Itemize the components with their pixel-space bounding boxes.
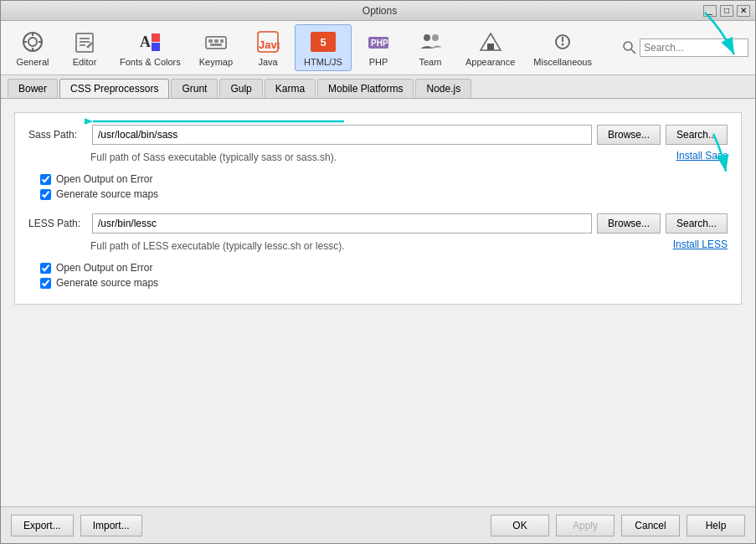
bottom-left-buttons: Export... Import... [11, 515, 142, 536]
team-label: Team [419, 57, 442, 67]
less-generate-maps-label: Generate source maps [56, 277, 158, 289]
search-icon [623, 41, 636, 54]
editor-icon [71, 28, 98, 55]
sass-help-text: Full path of Sass executable (typically … [90, 151, 337, 163]
less-install-link[interactable]: Install LESS [673, 239, 728, 250]
svg-point-27 [562, 44, 564, 46]
php-icon: PHP [365, 28, 392, 55]
miscellaneous-label: Miscellaneous [533, 57, 592, 67]
svg-line-29 [631, 49, 635, 54]
maximize-button[interactable]: □ [720, 5, 733, 17]
cancel-button[interactable]: Cancel [621, 515, 680, 536]
tab-css-preprocessors[interactable]: CSS Preprocessors [59, 79, 169, 98]
svg-rect-24 [487, 44, 494, 50]
sass-open-output-label: Open Output on Error [56, 173, 152, 185]
toolbar-html-js[interactable]: 5 HTML/JS [295, 24, 352, 71]
sass-generate-maps-checkbox[interactable] [40, 189, 51, 200]
svg-point-22 [424, 34, 430, 41]
team-icon [417, 28, 444, 55]
sass-generate-maps-label: Generate source maps [56, 188, 158, 200]
tab-gulp[interactable]: Gulp [219, 79, 262, 98]
content-area: Sass Path: Browse... Search... Full path… [1, 99, 755, 506]
general-label: General [16, 57, 49, 67]
less-generate-maps-checkbox[interactable] [40, 278, 51, 289]
sass-path-input[interactable] [92, 125, 592, 145]
sass-info-row: Full path of Sass executable (typically … [28, 150, 728, 168]
tab-nodejs[interactable]: Node.js [415, 79, 471, 98]
java-icon: Java [255, 28, 281, 55]
sass-section: Sass Path: Browse... Search... Full path… [14, 112, 742, 305]
bottom-right-buttons: OK Apply Cancel Help [491, 515, 745, 536]
sass-open-output-checkbox[interactable] [40, 174, 51, 185]
keymap-icon [203, 28, 229, 55]
svg-rect-17 [210, 44, 222, 46]
toolbar-php[interactable]: PHP PHP [353, 25, 404, 70]
java-label: Java [258, 57, 277, 67]
svg-point-0 [28, 38, 37, 46]
bottom-bar: Export... Import... OK Apply Cancel Help [1, 506, 755, 543]
toolbar-editor[interactable]: Editor [59, 25, 110, 70]
minimize-button[interactable]: _ [703, 5, 717, 17]
toolbar-keymap[interactable]: Keymap [191, 25, 241, 70]
toolbar: General Editor A [1, 21, 755, 75]
export-button[interactable]: Export... [11, 515, 74, 536]
svg-rect-12 [152, 43, 160, 51]
php-label: PHP [369, 57, 388, 67]
sass-install-link[interactable]: Install Sass [676, 150, 728, 162]
sass-path-label: Sass Path: [28, 129, 87, 141]
appearance-icon [477, 28, 504, 55]
less-path-label: LESS Path: [28, 218, 87, 229]
toolbar-miscellaneous[interactable]: Miscellaneous [525, 25, 600, 70]
toolbar-team[interactable]: Team [405, 25, 455, 70]
appearance-label: Appearance [465, 57, 515, 67]
general-icon [19, 28, 46, 55]
svg-point-28 [624, 42, 632, 50]
svg-rect-16 [220, 39, 224, 43]
less-info-row: Full path of LESS executable (typically … [28, 239, 728, 257]
tab-karma[interactable]: Karma [265, 79, 316, 98]
less-path-input[interactable] [92, 213, 592, 234]
toolbar-search-area [623, 38, 748, 57]
sass-search-button[interactable]: Search... [666, 125, 728, 145]
toolbar-appearance[interactable]: Appearance [457, 25, 523, 70]
svg-text:Java: Java [259, 38, 280, 51]
help-button[interactable]: Help [687, 515, 745, 536]
sass-generate-maps-row: Generate source maps [40, 188, 728, 200]
main-window: Options _ □ ✕ General [0, 0, 756, 544]
fonts-colors-icon: A [136, 28, 163, 55]
section-separator [28, 203, 728, 213]
close-button[interactable]: ✕ [737, 5, 750, 17]
toolbar-fonts-colors[interactable]: A Fonts & Colors [111, 25, 189, 70]
title-bar: Options _ □ ✕ [1, 1, 755, 21]
sass-open-output-row: Open Output on Error [40, 173, 728, 185]
svg-point-23 [432, 34, 439, 41]
svg-rect-11 [152, 33, 160, 42]
import-button[interactable]: Import... [80, 515, 142, 536]
sass-browse-button[interactable]: Browse... [597, 125, 661, 145]
svg-rect-15 [214, 39, 219, 43]
html-js-icon: 5 [310, 28, 337, 55]
html-js-label: HTML/JS [304, 57, 342, 67]
window-controls: _ □ ✕ [703, 5, 750, 17]
svg-text:A: A [140, 33, 151, 50]
keymap-label: Keymap [199, 57, 233, 67]
less-path-row: LESS Path: Browse... Search... [28, 213, 728, 234]
less-browse-button[interactable]: Browse... [597, 213, 661, 234]
less-open-output-checkbox[interactable] [40, 263, 51, 274]
sass-path-row: Sass Path: Browse... Search... [28, 125, 728, 145]
toolbar-general[interactable]: General [8, 25, 58, 70]
less-open-output-row: Open Output on Error [40, 262, 728, 274]
window-title: Options [56, 5, 703, 17]
tab-grunt[interactable]: Grunt [171, 79, 218, 98]
tab-mobile-platforms[interactable]: Mobile Platforms [317, 79, 414, 98]
svg-rect-14 [208, 39, 213, 43]
ok-button[interactable]: OK [491, 515, 549, 536]
search-input[interactable] [640, 38, 748, 57]
apply-button[interactable]: Apply [556, 515, 615, 536]
tabs-row: Bower CSS Preprocessors Grunt Gulp Karma… [1, 75, 755, 99]
tab-bower[interactable]: Bower [8, 79, 58, 98]
less-help-text: Full path of LESS executable (typically … [90, 240, 344, 252]
less-search-button[interactable]: Search... [666, 213, 728, 234]
toolbar-java[interactable]: Java Java [243, 25, 293, 70]
editor-label: Editor [73, 57, 97, 67]
